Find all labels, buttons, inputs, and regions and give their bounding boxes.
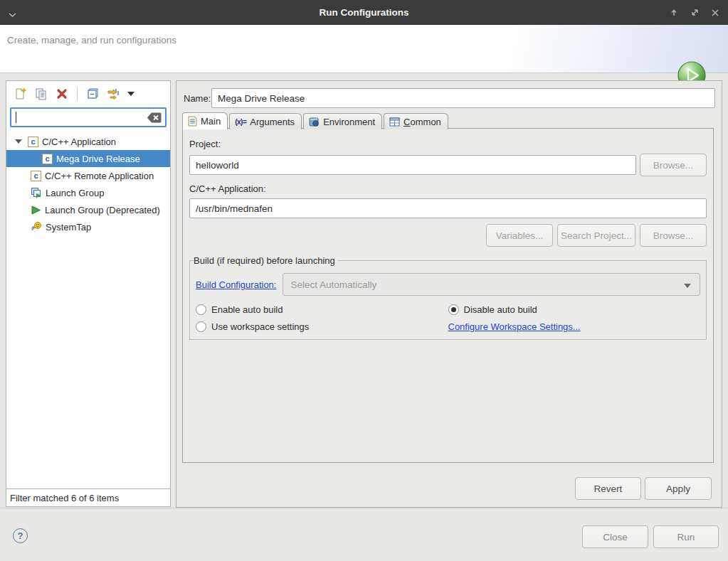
- name-label: Name:: [184, 93, 211, 104]
- tab-common[interactable]: Common: [384, 113, 448, 129]
- systemtap-icon: [31, 221, 42, 233]
- tree-item-label: Launch Group (Deprecated): [45, 205, 160, 215]
- toolbar-menu-icon[interactable]: [126, 86, 136, 102]
- project-label: Project:: [189, 139, 707, 149]
- delete-configuration-icon[interactable]: [54, 86, 70, 102]
- main-tab-icon: [188, 116, 197, 127]
- arguments-tab-icon: (x)=: [235, 118, 246, 126]
- build-configuration-combo[interactable]: Select Automatically: [283, 273, 700, 296]
- build-before-launch-group: Build (if required) before launching Bui…: [189, 255, 707, 340]
- tab-label-rest: ommon: [411, 117, 441, 127]
- radio-label: Use workspace settings: [211, 321, 309, 332]
- c-application-icon: c: [42, 154, 53, 164]
- dialog-subtitle: Create, manage, and run configurations: [7, 35, 176, 46]
- close-window-icon[interactable]: [708, 6, 722, 20]
- configurations-tree: c C/C++ Application c Mega Drive Release…: [6, 130, 170, 488]
- browse-application-button[interactable]: Browse...: [640, 224, 707, 247]
- configurations-panel: c C/C++ Application c Mega Drive Release…: [6, 80, 171, 507]
- browse-project-button[interactable]: Browse...: [640, 154, 707, 176]
- combo-arrow-icon: [684, 284, 691, 288]
- tab-main[interactable]: Main: [182, 112, 228, 129]
- tab-arguments[interactable]: (x)= Arguments: [229, 113, 302, 129]
- build-group-legend: Build (if required) before launching: [194, 255, 337, 266]
- help-icon[interactable]: ?: [13, 528, 28, 543]
- tab-bar: Main (x)= Arguments Environment: [182, 112, 450, 129]
- tree-item-label: C/C++ Application: [42, 137, 116, 147]
- tab-mnemonic: C: [403, 117, 410, 127]
- search-project-button[interactable]: Search Project...: [557, 224, 635, 247]
- tree-item-launch-group-deprecated[interactable]: Launch Group (Deprecated): [6, 201, 170, 218]
- tree-item-mega-drive-release[interactable]: c Mega Drive Release: [6, 150, 170, 167]
- filter-status: Filter matched 6 of 6 items: [6, 488, 170, 506]
- revert-button[interactable]: Revert: [575, 477, 641, 500]
- radio-label: Disable auto build: [464, 304, 537, 315]
- c-application-icon: c: [28, 137, 38, 147]
- apply-button[interactable]: Apply: [645, 477, 712, 500]
- launch-group-icon: [31, 187, 42, 198]
- tree-item-label: Mega Drive Release: [56, 154, 140, 164]
- configurations-toolbar: [6, 81, 170, 106]
- filter-input[interactable]: [14, 109, 146, 125]
- tab-label: Arguments: [250, 117, 295, 127]
- tree-item-systemtap[interactable]: SystemTap: [6, 218, 170, 235]
- tree-item-label: SystemTap: [46, 222, 91, 233]
- tree-item-label: C/C++ Remote Application: [45, 171, 154, 181]
- expander-icon[interactable]: [15, 139, 22, 144]
- filter-box: [10, 107, 167, 127]
- green-play-icon: [31, 205, 41, 215]
- collapse-all-icon[interactable]: [85, 86, 100, 102]
- common-tab-icon: [389, 117, 400, 127]
- titlebar: Run Configurations: [0, 0, 728, 25]
- radio-icon[interactable]: [196, 321, 206, 332]
- new-configuration-icon[interactable]: [13, 86, 28, 102]
- configuration-detail-panel: Name: Main (x)= Arguments: [176, 80, 722, 508]
- disable-auto-build-radio[interactable]: Disable auto build: [448, 304, 701, 315]
- run-button[interactable]: Run: [653, 525, 719, 548]
- tab-label: Common: [403, 117, 441, 127]
- tree-item-cpp-remote-application[interactable]: c C/C++ Remote Application: [6, 167, 170, 184]
- tree-item-label: Launch Group: [46, 188, 104, 198]
- main-tab-content: Project: Browse... C/C++ Application: Va…: [182, 128, 714, 463]
- filter-status-text: Filter matched 6 of 6 items: [10, 493, 119, 503]
- use-workspace-settings-radio[interactable]: Use workspace settings: [196, 321, 448, 332]
- radio-label: Enable auto build: [211, 304, 283, 315]
- close-button[interactable]: Close: [582, 525, 648, 548]
- name-input[interactable]: [211, 88, 715, 108]
- filter-row: [6, 106, 170, 130]
- tab-label: Environment: [323, 117, 375, 127]
- build-configuration-link[interactable]: Build Configuration:: [196, 279, 276, 290]
- tree-item-launch-group[interactable]: Launch Group: [6, 184, 170, 201]
- application-input[interactable]: [189, 198, 707, 218]
- combo-value: Select Automatically: [290, 279, 376, 290]
- filter-configurations-icon[interactable]: [105, 86, 121, 102]
- variables-button[interactable]: Variables...: [486, 224, 553, 247]
- application-label: C/C++ Application:: [189, 183, 707, 194]
- dialog-header: Create, manage, and run configurations: [0, 25, 728, 73]
- enable-auto-build-radio[interactable]: Enable auto build: [196, 304, 448, 315]
- duplicate-configuration-icon[interactable]: [33, 86, 49, 102]
- tab-label: Main: [201, 116, 221, 127]
- tab-environment[interactable]: Environment: [303, 113, 382, 129]
- tree-item-cpp-application[interactable]: c C/C++ Application: [6, 133, 170, 150]
- clear-filter-icon[interactable]: [147, 112, 162, 125]
- radio-icon[interactable]: [196, 304, 206, 315]
- configure-workspace-settings-link[interactable]: Configure Workspace Settings...: [448, 321, 581, 332]
- window-title: Run Configurations: [0, 7, 728, 18]
- radio-icon[interactable]: [448, 304, 459, 315]
- maximize-window-icon[interactable]: [687, 6, 702, 20]
- project-input[interactable]: [189, 155, 636, 175]
- c-application-icon: c: [31, 171, 41, 181]
- environment-tab-icon: [309, 117, 320, 127]
- toolbar-separator: [77, 87, 78, 101]
- shade-window-icon[interactable]: [667, 6, 681, 20]
